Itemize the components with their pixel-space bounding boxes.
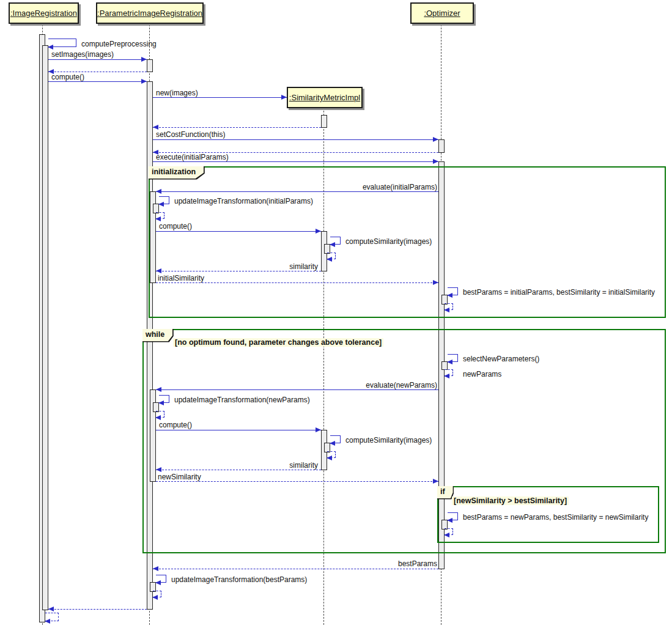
arrowhead-right-icon [141, 79, 147, 84]
return-similarity-1 [156, 271, 321, 271]
self-call-update-transform-best [156, 575, 166, 583]
message-label: bestParams = initialParams, bestSimilari… [463, 288, 655, 297]
message-label: computeSimilarity(images) [345, 436, 432, 445]
self-call-update-transform-initial [159, 196, 169, 204]
arrowhead-right-icon [433, 137, 438, 142]
self-call-compute-preprocessing [48, 39, 76, 47]
call-set-cost-function [153, 139, 438, 140]
uml-sequence-diagram: initialization while [no optimum found, … [0, 0, 672, 631]
self-return [156, 411, 164, 418]
self-return [445, 303, 453, 310]
self-return-new-params [445, 369, 453, 376]
return-new-images [153, 127, 321, 128]
arrowhead-left-icon [152, 595, 158, 600]
self-return [445, 528, 453, 535]
frame-while-tab: while [142, 329, 174, 342]
message-label: updateImageTransformation(bestParams) [171, 575, 307, 584]
return-compute [48, 609, 147, 610]
arrowhead-left-icon [156, 467, 161, 472]
self-return [153, 591, 161, 597]
call-compute [48, 81, 147, 82]
arrowhead-left-icon [45, 619, 50, 624]
participant-optimizer: :Optimizer [410, 2, 474, 24]
message-label: computeSimilarity(images) [345, 237, 432, 246]
call-evaluate-new [156, 389, 438, 390]
message-label: compute() [51, 73, 84, 81]
message-label: initialSimilarity [158, 274, 204, 282]
message-label: setImages(images) [51, 50, 114, 59]
arrowhead-left-icon [330, 441, 335, 446]
activation-image-registration-inner [42, 45, 48, 610]
self-return [156, 212, 164, 219]
if-guard-text: [newSimilarity > bestSimilarity] [452, 496, 569, 505]
message-label: similarity [289, 461, 318, 470]
message-label: compute() [159, 222, 192, 231]
self-call-compute-similarity-1 [330, 237, 341, 245]
arrowhead-left-icon [156, 189, 161, 194]
arrowhead-left-icon [156, 387, 161, 392]
arrowhead-left-icon [444, 533, 449, 537]
arrowhead-left-icon [48, 607, 54, 611]
arrowhead-left-icon [330, 242, 335, 247]
arrowhead-left-icon [155, 415, 161, 420]
message-label: updateImageTransformation(newParams) [174, 396, 310, 404]
message-label: newParams [463, 370, 501, 378]
arrowhead-left-icon [444, 374, 449, 378]
activation-similarity-metric-create [321, 115, 327, 128]
arrowhead-right-icon [433, 159, 438, 164]
arrowhead-left-icon [327, 456, 332, 460]
message-label: evaluate(newParams) [366, 381, 437, 389]
message-label: new(images) [156, 89, 198, 97]
return-best-params [153, 569, 438, 569]
frame-initialization-label: initialization [149, 166, 204, 179]
arrowhead-left-icon [155, 216, 161, 221]
message-label: similarity [289, 262, 318, 271]
self-call-select-new-parameters [448, 354, 458, 362]
call-new-images [153, 97, 287, 98]
arrowhead-right-icon [316, 427, 321, 432]
arrowhead-right-icon [281, 95, 287, 100]
participant-similarity-metric-impl: :SimilarityMetricImpl [287, 87, 363, 108]
participant-image-registration: :ImageRegistration [9, 2, 79, 24]
message-label: bestParams = newParams, bestSimilarity =… [463, 513, 648, 522]
return-set-images [48, 72, 147, 72]
call-compute-smi-1 [156, 231, 321, 232]
return-similarity-2 [156, 470, 321, 470]
self-return [327, 451, 336, 458]
call-compute-smi-2 [156, 430, 321, 430]
message-label: setCostFunction(this) [156, 130, 225, 139]
frame-while-label: while [142, 329, 172, 341]
activation-set-cost-function [438, 139, 445, 153]
arrowhead-left-icon [158, 202, 164, 207]
self-call-assign-best-initial [448, 287, 458, 295]
call-set-images [48, 59, 147, 60]
self-call-compute-similarity-2 [330, 435, 341, 443]
arrowhead-left-icon [327, 257, 332, 262]
arrowhead-left-icon [156, 268, 161, 273]
message-label: compute() [159, 421, 192, 429]
self-return [327, 253, 336, 259]
arrowhead-left-icon [48, 45, 53, 50]
arrowhead-left-icon [444, 308, 449, 312]
while-guard-text: [no optimum found, parameter changes abo… [173, 338, 383, 347]
arrowhead-left-icon [447, 518, 452, 523]
call-execute [153, 161, 438, 162]
arrowhead-right-icon [433, 280, 438, 285]
message-label: evaluate(initialParams) [363, 183, 437, 191]
self-return-final [45, 613, 59, 621]
return-new-similarity [156, 481, 438, 482]
message-label: updateImageTransformation(initialParams) [174, 197, 313, 205]
arrowhead-right-icon [433, 479, 438, 484]
arrowhead-right-icon [316, 229, 321, 234]
message-label: computePreprocessing [81, 40, 157, 48]
arrowhead-right-icon [141, 57, 147, 62]
message-label: bestParams [398, 559, 437, 568]
message-label: selectNewParameters() [463, 355, 539, 363]
return-initial-similarity [156, 282, 438, 283]
arrowhead-left-icon [153, 566, 158, 571]
message-label: newSimilarity [158, 473, 201, 481]
arrowhead-left-icon [153, 125, 158, 130]
arrowhead-left-icon [447, 360, 452, 364]
call-evaluate-initial [156, 191, 438, 192]
self-call-update-transform-new [159, 395, 169, 403]
